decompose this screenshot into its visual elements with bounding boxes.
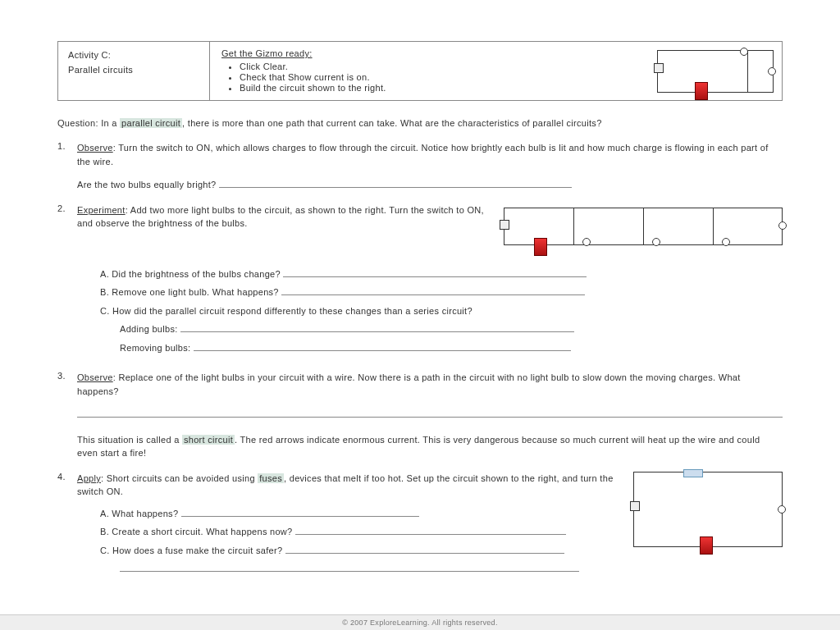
main-question: Question: In a parallel circuit, there i… <box>57 117 783 130</box>
footer-copyright: © 2007 ExploreLearning. All rights reser… <box>0 614 840 630</box>
answer-blank[interactable] <box>295 534 566 535</box>
q1-text: : Turn the switch to ON, which allows ch… <box>77 143 769 167</box>
battery-icon <box>700 536 713 555</box>
answer-blank[interactable] <box>77 417 783 418</box>
answer-blank[interactable] <box>180 331 574 332</box>
worksheet-page: Activity C: Parallel circuits Get the Gi… <box>0 0 840 630</box>
list-item: Build the circuit shown to the right. <box>240 83 637 93</box>
q3-label: Observe <box>77 372 113 382</box>
q4-number: 4. <box>57 472 77 581</box>
answer-blank[interactable] <box>219 187 572 188</box>
q4a-text: A. What happens? <box>100 509 181 518</box>
q2a-text: A. Did the brightness of the bulbs chang… <box>100 269 283 279</box>
q1-prompt: Are the two bulbs equally bright? <box>77 180 219 189</box>
q4-label: Apply <box>77 473 101 483</box>
answer-blank[interactable] <box>285 553 564 554</box>
q4-text1: : Short circuits can be avoided using <box>101 473 258 483</box>
q2-number: 2. <box>57 203 77 360</box>
answer-blank[interactable] <box>283 276 587 277</box>
wire <box>643 208 644 244</box>
circuit-diagram-q2 <box>504 203 783 253</box>
q3-number: 3. <box>57 371 77 460</box>
question-4: 4. Apply: Short circuits can be avoided … <box>57 472 783 581</box>
q3-text: : Replace one of the light bulbs in your… <box>77 372 741 396</box>
answer-blank[interactable] <box>194 350 571 351</box>
answer-blank[interactable] <box>181 516 419 517</box>
wire <box>573 208 574 244</box>
activity-label: Activity C: <box>68 50 199 60</box>
q3-p2a: This situation is called a <box>77 435 182 445</box>
q4-body: Apply: Short circuits can be avoided usi… <box>77 472 783 581</box>
q2a: A. Did the brightness of the bulbs chang… <box>100 267 783 281</box>
q2c-rem-label: Removing bulbs: <box>120 343 194 353</box>
answer-blank[interactable] <box>120 571 579 572</box>
gizmo-ready-list: Click Clear. Check that Show current is … <box>221 62 637 93</box>
question-lead: Question: In a <box>57 118 120 128</box>
highlight-parallel-circuit: parallel circuit <box>120 118 182 128</box>
q2c-removing: Removing bulbs: <box>100 341 783 355</box>
q2-text: : Add two more light bulbs to the circui… <box>77 205 484 229</box>
q2b: B. Remove one light bulb. What happens? <box>100 285 783 299</box>
list-item: Click Clear. <box>240 62 637 71</box>
bulb-icon <box>768 67 776 75</box>
question-2: 2. Experiment: Add two more light bulbs … <box>57 203 783 360</box>
circuit-diagram-header <box>657 50 774 93</box>
answer-blank[interactable] <box>281 294 585 295</box>
activity-name: Parallel circuits <box>68 65 199 75</box>
q3-body: Observe: Replace one of the light bulbs … <box>77 371 783 460</box>
switch-icon <box>630 501 640 511</box>
activity-cell: Activity C: Parallel circuits <box>58 42 210 100</box>
circuit-diagram-q4 <box>633 472 783 547</box>
list-item: Check that Show current is on. <box>240 72 637 82</box>
q4c-text: C. How does a fuse make the circuit safe… <box>100 546 285 555</box>
wire <box>713 208 714 244</box>
header-diagram-cell <box>649 42 782 100</box>
battery-icon <box>695 82 708 100</box>
question-1: 1. Observe: Turn the switch to ON, which… <box>57 141 783 192</box>
wire <box>747 51 748 92</box>
q2-label: Experiment <box>77 205 126 215</box>
gizmo-ready-title: Get the Gizmo ready: <box>221 48 637 58</box>
battery-icon <box>534 238 547 256</box>
bulb-icon <box>582 238 591 246</box>
bulb-icon <box>778 505 786 514</box>
highlight-fuses: fuses <box>258 473 284 483</box>
q1-label: Observe <box>77 143 113 153</box>
q4b-text: B. Create a short circuit. What happens … <box>100 527 295 536</box>
switch-icon <box>654 63 664 73</box>
fuse-icon <box>683 469 703 477</box>
header-table: Activity C: Parallel circuits Get the Gi… <box>57 41 783 101</box>
bulb-icon <box>652 238 660 246</box>
q2c-text: C. How did the parallel circuit respond … <box>100 306 472 316</box>
switch-icon <box>500 220 509 230</box>
bulb-icon <box>722 238 730 246</box>
q1-prompt-row: Are the two bulbs equally bright? <box>77 178 783 192</box>
q2-body: Experiment: Add two more light bulbs to … <box>77 203 783 360</box>
q1-number: 1. <box>57 141 77 192</box>
q2c-adding: Adding bulbs: <box>100 322 783 336</box>
highlight-short-circuit: short circuit <box>182 435 235 445</box>
q1-body: Observe: Turn the switch to ON, which al… <box>77 141 783 192</box>
question-rest: , there is more than one path that curre… <box>182 118 601 128</box>
gizmo-ready-cell: Get the Gizmo ready: Click Clear. Check … <box>210 42 649 100</box>
q2c-add-label: Adding bulbs: <box>120 324 180 334</box>
q2-subitems: A. Did the brightness of the bulbs chang… <box>77 267 783 355</box>
q3-explanation: This situation is called a short circuit… <box>77 433 783 460</box>
q2b-text: B. Remove one light bulb. What happens? <box>100 287 281 297</box>
q2c: C. How did the parallel circuit respond … <box>100 304 783 318</box>
question-3: 3. Observe: Replace one of the light bul… <box>57 371 783 460</box>
bulb-icon <box>778 221 787 230</box>
